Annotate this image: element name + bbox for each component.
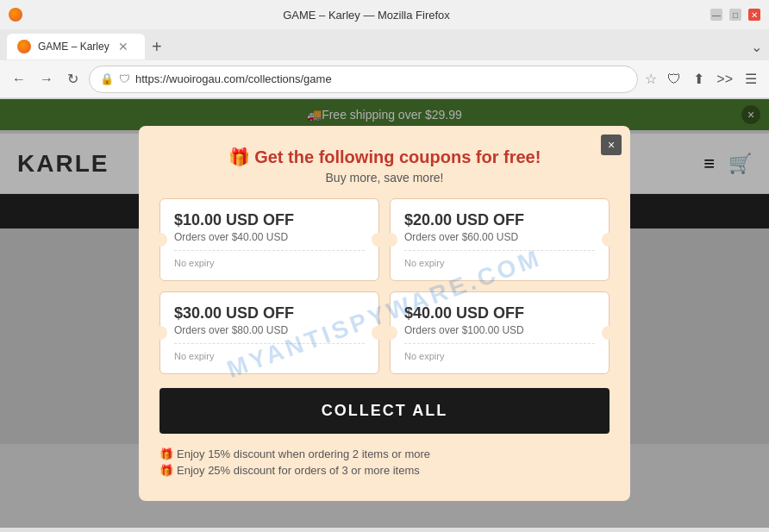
benefit-icon-2: 🎁 [159, 464, 173, 477]
browser-title: GAME – Karley — Mozilla Firefox [22, 9, 710, 22]
toolbar-right: 🛡 ⬆ >> ☰ [664, 67, 760, 91]
title-bar: GAME – Karley — Mozilla Firefox — □ ✕ [0, 0, 769, 29]
coupon-expiry-4: No expiry [404, 343, 595, 361]
back-button[interactable]: ← [9, 68, 29, 91]
coupon-condition-4: Orders over $100.00 USD [404, 324, 595, 336]
close-button[interactable]: ✕ [748, 9, 760, 21]
coupon-expiry-3: No expiry [174, 343, 365, 361]
coupon-card-3: $30.00 USD OFF Orders over $80.00 USD No… [159, 291, 379, 374]
coupon-condition-1: Orders over $40.00 USD [174, 231, 365, 243]
menu-button[interactable]: ☰ [741, 67, 760, 91]
share-button[interactable]: ⬆ [690, 67, 708, 91]
window-control-buttons: — □ ✕ [710, 9, 760, 21]
address-text: https://wuoirogau.com/collections/game [135, 72, 627, 85]
minimize-button[interactable]: — [710, 9, 722, 21]
coupon-amount-2: $20.00 USD OFF [404, 211, 595, 229]
coupon-condition-3: Orders over $80.00 USD [174, 324, 365, 336]
coupons-grid: $10.00 USD OFF Orders over $40.00 USD No… [159, 198, 610, 374]
nav-bar: ← → ↻ 🔒 🛡 https://wuoirogau.com/collecti… [0, 60, 769, 98]
coupon-card-1: $10.00 USD OFF Orders over $40.00 USD No… [159, 198, 379, 281]
coupon-modal: × 🎁 Get the following coupons for free! … [139, 126, 630, 501]
shield-icon: 🛡 [119, 72, 130, 85]
modal-overlay: × 🎁 Get the following coupons for free! … [0, 99, 769, 528]
coupon-amount-4: $40.00 USD OFF [404, 304, 595, 322]
tab-close-button[interactable]: ✕ [116, 40, 130, 53]
coupon-amount-3: $30.00 USD OFF [174, 304, 365, 322]
shield-toolbar-button[interactable]: 🛡 [664, 68, 685, 91]
coupon-expiry-1: No expiry [174, 250, 365, 268]
benefits-list: 🎁 Enjoy 15% discount when ordering 2 ite… [159, 448, 610, 477]
coupon-card-2: $20.00 USD OFF Orders over $60.00 USD No… [390, 198, 610, 281]
coupon-amount-1: $10.00 USD OFF [174, 211, 365, 229]
forward-button[interactable]: → [36, 68, 57, 91]
new-tab-button[interactable]: + [152, 38, 162, 55]
coupon-condition-2: Orders over $60.00 USD [404, 231, 595, 243]
collect-all-button[interactable]: COLLECT ALL [159, 388, 610, 434]
benefit-icon-1: 🎁 [159, 448, 173, 460]
page-content: 🚚Free shipping over $29.99 × KARLE ≡ 🛒 ×… [0, 99, 769, 528]
maximize-button[interactable]: □ [729, 9, 741, 21]
bookmark-button[interactable]: ☆ [645, 71, 657, 87]
coupon-card-4: $40.00 USD OFF Orders over $100.00 USD N… [390, 291, 610, 374]
benefit-item-2: 🎁 Enjoy 25% discount for orders of 3 or … [159, 464, 610, 477]
tab-bar: GAME – Karley ✕ + ⌄ [0, 29, 769, 60]
modal-subtitle: Buy more, save more! [159, 171, 610, 185]
address-bar[interactable]: 🔒 🛡 https://wuoirogau.com/collections/ga… [89, 66, 638, 93]
gift-icon: 🎁 [228, 147, 250, 166]
tab-label: GAME – Karley [38, 41, 109, 53]
active-tab[interactable]: GAME – Karley ✕ [7, 34, 145, 59]
https-lock-icon: 🔒 [100, 72, 114, 85]
extensions-button[interactable]: >> [713, 68, 736, 91]
modal-close-button[interactable]: × [601, 135, 622, 155]
tab-overflow-button[interactable]: ⌄ [751, 39, 762, 55]
window-controls [9, 8, 22, 22]
refresh-button[interactable]: ↻ [64, 67, 82, 91]
benefit-item-1: 🎁 Enjoy 15% discount when ordering 2 ite… [159, 448, 610, 460]
tab-favicon [17, 40, 31, 53]
firefox-icon [9, 8, 22, 22]
coupon-expiry-2: No expiry [404, 250, 595, 268]
modal-title: 🎁 Get the following coupons for free! [159, 147, 610, 167]
